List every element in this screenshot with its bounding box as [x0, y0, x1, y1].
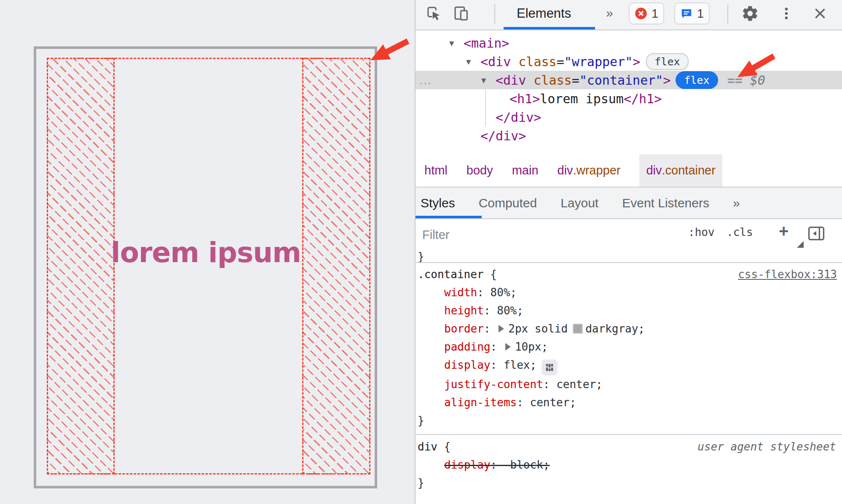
color-swatch[interactable] — [573, 324, 583, 334]
error-icon — [635, 7, 647, 20]
more-tabs-chevron-icon[interactable]: » — [606, 6, 613, 20]
devtools-window: lorem ipsum Elements » — [0, 0, 842, 504]
breadcrumb-item-body[interactable]: body — [467, 154, 493, 187]
expand-shorthand-icon[interactable] — [505, 343, 511, 351]
error-count-badge[interactable]: 1 — [629, 3, 664, 24]
dom-node-h1[interactable]: <h1>lorem ipsum</h1> — [416, 89, 842, 108]
breadcrumb-item-div-wrapper[interactable]: div.wrapper — [558, 154, 621, 187]
devtools-toolbar: Elements » 1 1 — [416, 0, 842, 30]
stylesheet-origin-label: user agent stylesheet — [697, 438, 836, 456]
chevron-down-icon[interactable]: ▼ — [481, 75, 496, 85]
dom-node-main[interactable]: ▼ <main> — [416, 34, 842, 52]
flex-free-space-left — [47, 58, 115, 475]
error-count: 1 — [652, 7, 658, 21]
toolbar-separator — [494, 4, 495, 24]
dom-node-close-wrapper[interactable]: </div> — [416, 126, 842, 145]
flex-editor-icon[interactable] — [542, 359, 558, 375]
devtools-panel: Elements » 1 1 — [415, 0, 842, 504]
styles-filter-bar: :hov .cls + — [416, 219, 842, 251]
css-declaration[interactable]: width: 80%; — [416, 284, 842, 302]
css-declaration[interactable]: align-items: center; — [416, 394, 842, 412]
flex-badge-active[interactable]: flex — [676, 71, 718, 89]
rule-close-brace: } — [416, 474, 842, 492]
pseudo-state-toggle[interactable]: :hov — [688, 226, 715, 239]
css-declaration[interactable]: padding: 10px; — [416, 338, 842, 356]
breadcrumb-item-div-container[interactable]: div.container — [639, 154, 722, 187]
element-classes-toggle[interactable]: .cls — [727, 226, 753, 239]
tab-computed[interactable]: Computed — [479, 196, 537, 210]
tab-styles[interactable]: Styles — [421, 196, 455, 210]
css-rule-user-agent: div {user agent stylesheet display: bloc… — [416, 438, 842, 492]
tab-event-listeners[interactable]: Event Listeners — [622, 196, 709, 210]
issues-count: 1 — [697, 7, 704, 21]
dom-node-close-container[interactable]: </div> — [416, 108, 842, 126]
active-tab-underline — [416, 216, 482, 218]
issues-count-badge[interactable]: 1 — [674, 3, 710, 24]
expand-shorthand-icon[interactable] — [499, 325, 504, 332]
viewport-page: lorem ipsum — [0, 0, 415, 504]
styles-pane: } .container {css-flexbox:313 width: 80%… — [416, 250, 842, 504]
flex-free-space-right — [302, 58, 370, 475]
filter-input[interactable] — [421, 224, 659, 245]
css-declaration[interactable]: justify-content: center; — [416, 375, 842, 394]
new-style-rule-button[interactable]: + — [779, 222, 788, 241]
breadcrumb: html body main div.wrapper div.container — [416, 154, 842, 188]
new-rule-dropdown-icon[interactable] — [797, 241, 804, 248]
css-rule-container: .container {css-flexbox:313 width: 80%; … — [416, 265, 842, 430]
css-declaration[interactable]: border: 2px soliddarkgray; — [416, 320, 842, 338]
section-divider — [416, 262, 842, 263]
breadcrumb-item-html[interactable]: html — [424, 154, 448, 187]
kebab-menu-icon[interactable] — [777, 4, 796, 23]
rule-close-brace: } — [416, 412, 842, 430]
close-icon[interactable] — [811, 4, 829, 23]
stylesheet-source-link[interactable]: css-flexbox:313 — [738, 265, 837, 284]
css-declaration[interactable]: display: flex; — [416, 356, 842, 375]
computed-sidebar-toggle-icon[interactable] — [807, 224, 826, 244]
settings-gear-icon[interactable] — [741, 4, 759, 23]
dom-tree: ▼ <main> ▼ <div class="wrapper"> flex ▼ … — [416, 30, 842, 154]
flex-badge[interactable]: flex — [646, 53, 688, 70]
css-declaration[interactable]: height: 80%; — [416, 302, 842, 320]
inspect-element-icon[interactable] — [425, 4, 443, 23]
breadcrumb-item-main[interactable]: main — [512, 154, 539, 187]
tab-elements[interactable]: Elements — [517, 6, 571, 21]
more-tabs-chevron-icon[interactable]: » — [733, 196, 740, 210]
tab-layout[interactable]: Layout — [560, 196, 598, 210]
css-declaration-overridden[interactable]: display: block; — [416, 456, 842, 474]
dom-node-container-selected[interactable]: ▼ <div class="container"> flex == $0 — [416, 71, 842, 89]
page-heading: lorem ipsum — [111, 234, 301, 271]
chevron-down-icon[interactable]: ▼ — [466, 57, 480, 66]
device-toolbar-icon[interactable] — [452, 4, 471, 23]
rule-selector-line[interactable]: div {user agent stylesheet — [416, 438, 842, 456]
sidebar-tabs: Styles Computed Layout Event Listeners » — [416, 188, 842, 219]
active-tab-underline — [504, 27, 595, 29]
rule-selector-line[interactable]: .container {css-flexbox:313 — [416, 265, 842, 284]
chevron-down-icon[interactable]: ▼ — [449, 38, 464, 48]
node-options-dots[interactable]: … — [419, 71, 432, 89]
issues-icon — [680, 7, 693, 20]
toolbar-separator — [727, 4, 728, 24]
annotation-arrow-icon — [365, 32, 413, 69]
section-divider — [416, 434, 842, 435]
